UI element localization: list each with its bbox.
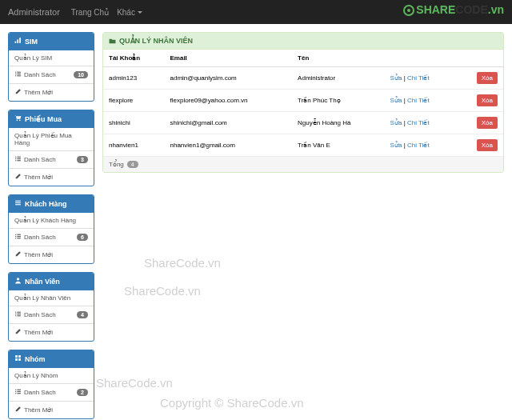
table-row: shinichishinichi@gmail.comNguyễn Hoàng H…: [103, 112, 503, 134]
pencil-icon: [14, 406, 22, 414]
cell-email: shinichi@gmail.com: [164, 112, 292, 134]
edit-link[interactable]: Sửa: [390, 97, 402, 104]
edit-link[interactable]: Sửa: [390, 74, 402, 82]
signal-icon: [14, 37, 22, 46]
sidebar-item[interactable]: Quản Lý Khách Hàng: [9, 213, 94, 228]
sidebar-item[interactable]: Thêm Mới: [9, 246, 94, 263]
panel-heading[interactable]: Khách Hàng: [9, 195, 94, 213]
logo: SHARECODE.vn: [403, 3, 504, 16]
svg-rect-16: [17, 160, 21, 161]
cell-email: flexplore09@yahoo.com.vn: [164, 90, 292, 112]
svg-rect-41: [15, 393, 16, 394]
pencil-icon: [14, 88, 22, 97]
column-header: [385, 50, 458, 67]
sidebar-item[interactable]: Danh Sách2: [9, 383, 94, 401]
list-icon: [14, 70, 22, 79]
delete-button[interactable]: Xóa: [477, 72, 498, 84]
sidebar-item[interactable]: Quản Lý Nhân Viên: [9, 290, 94, 306]
navbar-brand[interactable]: Administrator: [8, 7, 60, 17]
svg-rect-30: [17, 314, 21, 314]
pencil-icon: [14, 173, 22, 182]
sidebar-panel: Nhân ViênQuản Lý Nhân ViênDanh Sách4Thêm…: [8, 272, 94, 342]
sidebar-item[interactable]: Danh Sách10: [9, 66, 94, 83]
sidebar-item-label: Danh Sách: [24, 234, 56, 241]
delete-button[interactable]: Xóa: [477, 94, 498, 106]
svg-rect-20: [15, 234, 16, 235]
svg-rect-17: [15, 201, 21, 202]
svg-point-26: [17, 278, 19, 280]
svg-rect-3: [15, 72, 16, 73]
folder-icon: [109, 38, 116, 45]
sidebar-item[interactable]: Thêm Mới: [9, 168, 94, 186]
nav-link-home[interactable]: Trang Chủ: [71, 8, 109, 17]
cell-email: admin@quanlysim.com: [164, 67, 292, 90]
sidebar-item[interactable]: Danh Sách4: [9, 306, 94, 323]
cell-account: nhanvien1: [103, 134, 164, 157]
detail-link[interactable]: Chi Tiết: [407, 74, 430, 82]
count-badge: 3: [77, 156, 88, 163]
svg-point-9: [17, 119, 18, 121]
sidebar-panel: Khách HàngQuản Lý Khách HàngDanh Sách6Th…: [8, 194, 94, 264]
panel-heading[interactable]: Nhóm: [9, 350, 94, 368]
grid-icon: [14, 354, 22, 363]
column-header: [457, 50, 503, 67]
count-badge: 10: [74, 71, 88, 78]
sidebar-item[interactable]: Thêm Mới: [9, 401, 94, 418]
panel-heading[interactable]: Nhân Viên: [9, 273, 94, 290]
svg-rect-19: [15, 204, 21, 205]
sidebar-item[interactable]: Quản Lý SIM: [9, 50, 94, 66]
detail-link[interactable]: Chi Tiết: [407, 142, 430, 149]
panel-heading[interactable]: Phiếu Mua: [9, 110, 94, 128]
panel-heading[interactable]: SIM: [9, 33, 94, 50]
sidebar-item[interactable]: Quản Lý Phiếu Mua Hàng: [9, 128, 94, 150]
sidebar-item[interactable]: Danh Sách3: [9, 150, 94, 168]
delete-button[interactable]: Xóa: [477, 139, 498, 151]
count-badge: 6: [77, 234, 88, 241]
sidebar-item-label: Thêm Mới: [24, 406, 53, 414]
sidebar-panel: NhómQuản Lý NhómDanh Sách2Thêm Mới: [8, 350, 94, 419]
sidebar-item[interactable]: Thêm Mới: [9, 83, 94, 101]
svg-rect-18: [15, 202, 21, 203]
svg-rect-7: [15, 75, 16, 76]
list-icon: [14, 155, 22, 164]
sidebar-item-label: Danh Sách: [24, 389, 56, 396]
user-icon: [14, 277, 22, 286]
sidebar-item-label: Quản Lý Phiếu Mua Hàng: [14, 132, 88, 146]
svg-rect-14: [17, 158, 21, 159]
detail-link[interactable]: Chi Tiết: [407, 119, 430, 126]
delete-button[interactable]: Xóa: [477, 117, 498, 129]
detail-link[interactable]: Chi Tiết: [407, 97, 430, 104]
sidebar-item-label: Danh Sách: [24, 311, 56, 318]
sidebar-item-label: Quản Lý SIM: [14, 54, 52, 62]
sidebar-item[interactable]: Quản Lý Nhóm: [9, 368, 94, 383]
logo-circle-icon: [403, 5, 414, 16]
main-content: QUẢN LÝ NHÂN VIÊN Tài KhoảnEmailTên admi…: [102, 32, 504, 419]
svg-rect-40: [17, 391, 21, 392]
cell-name: Trần Phúc Thọ: [292, 90, 385, 112]
edit-link[interactable]: Sửa: [390, 142, 402, 149]
svg-rect-15: [15, 160, 16, 161]
svg-rect-6: [17, 74, 21, 74]
cell-account: admin123: [103, 67, 164, 90]
sidebar-item-label: Danh Sách: [24, 156, 56, 163]
svg-rect-39: [15, 391, 16, 392]
svg-point-10: [19, 119, 21, 121]
svg-rect-33: [15, 355, 18, 358]
cell-name: Administrator: [292, 67, 385, 90]
column-header: Tài Khoản: [103, 50, 164, 67]
sidebar-item[interactable]: Thêm Mới: [9, 323, 94, 341]
svg-rect-27: [15, 312, 16, 313]
table-row: flexploreflexplore09@yahoo.com.vnTrần Ph…: [103, 90, 503, 112]
main-panel: QUẢN LÝ NHÂN VIÊN Tài KhoảnEmailTên admi…: [102, 32, 504, 173]
hamburger-icon: [14, 199, 22, 208]
sidebar-item[interactable]: Danh Sách6: [9, 228, 94, 246]
cell-name: Trần Văn E: [292, 134, 385, 157]
caret-down-icon: [138, 11, 142, 14]
cell-account: shinichi: [103, 112, 164, 134]
svg-rect-2: [19, 38, 21, 43]
nav-link-other[interactable]: Khác: [117, 8, 142, 17]
edit-link[interactable]: Sửa: [390, 119, 402, 126]
count-badge: 2: [77, 389, 88, 396]
svg-rect-8: [17, 75, 21, 76]
total-badge: 4: [127, 161, 138, 168]
